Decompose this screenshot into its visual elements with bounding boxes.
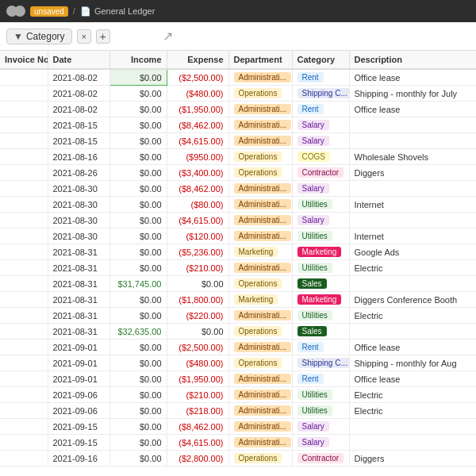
cell-expense: ($3,400.00) — [167, 165, 228, 181]
cell-date: 2021-08-31 — [48, 324, 109, 340]
cell-expense: ($80.00) — [167, 197, 228, 213]
table-row[interactable]: 2021-08-30$0.00($120.00)Administrati...U… — [0, 228, 476, 244]
table-row[interactable]: 2021-08-02$0.00($1,950.00)Administrati..… — [0, 102, 476, 117]
cell-description: Office lease — [349, 371, 476, 387]
cell-description — [349, 213, 476, 228]
table-row[interactable]: 2021-08-31$32,635.00$0.00OperationsSales — [0, 324, 476, 340]
table-row[interactable]: 2021-08-31$0.00($220.00)Administrati...U… — [0, 308, 476, 324]
cell-category: Rent — [292, 340, 349, 355]
cell-category: Contractor — [292, 165, 349, 181]
cell-department: Marketing — [228, 244, 292, 260]
table-row[interactable]: 2021-09-16$0.00($2,800.00)OperationsCont… — [0, 451, 476, 466]
cell-invoice — [0, 292, 48, 308]
cell-invoice — [0, 86, 48, 102]
cell-invoice — [0, 371, 48, 387]
cell-department: Administrati... — [228, 435, 292, 451]
table-row[interactable]: 2021-09-01$0.00($1,950.00)Administrati..… — [0, 371, 476, 387]
cell-department: Operations — [228, 355, 292, 371]
cell-department: Administrati... — [228, 133, 292, 149]
cell-expense: $0.00 — [167, 324, 228, 340]
cell-expense: ($218.00) — [167, 403, 228, 419]
cell-income: $0.00 — [109, 86, 167, 102]
table-row[interactable]: 2021-09-06$0.00($218.00)Administrati...U… — [0, 403, 476, 419]
cell-date: 2021-08-30 — [48, 213, 109, 228]
cell-description — [349, 181, 476, 197]
cell-income: $0.00 — [109, 149, 167, 165]
cell-income: $31,745.00 — [109, 276, 167, 292]
table-row[interactable]: 2021-08-30$0.00($80.00)Administrati...Ut… — [0, 197, 476, 213]
cell-date: 2021-08-30 — [48, 197, 109, 213]
cell-category: Shipping C... — [292, 86, 349, 102]
cell-expense: ($2,500.00) — [167, 340, 228, 355]
cell-department: Administrati... — [228, 69, 292, 86]
cell-department: Administrati... — [228, 102, 292, 117]
cell-expense: ($2,800.00) — [167, 451, 228, 466]
cell-description: Diggers — [349, 451, 476, 466]
cell-income: $0.00 — [109, 181, 167, 197]
table-row[interactable]: 2021-08-31$0.00($210.00)Administrati...U… — [0, 260, 476, 276]
cell-description: Diggers — [349, 165, 476, 181]
cell-category: Salary — [292, 419, 349, 435]
table-row[interactable]: 2021-08-31$31,745.00$0.00OperationsSales — [0, 276, 476, 292]
table-row[interactable]: 2021-08-30$0.00($4,615.00)Administrati..… — [0, 213, 476, 228]
cell-date: 2021-08-02 — [48, 69, 109, 86]
cell-department: Marketing — [228, 292, 292, 308]
cell-description: Office lease — [349, 69, 476, 86]
cell-date: 2021-08-02 — [48, 102, 109, 117]
cell-expense: ($950.00) — [167, 149, 228, 165]
table-row[interactable]: 2021-08-15$0.00($4,615.00)Administrati..… — [0, 133, 476, 149]
cell-department: Administrati... — [228, 197, 292, 213]
cell-expense: ($220.00) — [167, 308, 228, 324]
cell-date: 2021-08-31 — [48, 244, 109, 260]
table-row[interactable]: 2021-09-15$0.00($4,615.00)Administrati..… — [0, 435, 476, 451]
document-icon: 📄 — [80, 6, 91, 17]
table-row[interactable]: 2021-09-06$0.00($210.00)Administrati...U… — [0, 387, 476, 403]
user-icon — [6, 6, 25, 17]
cell-category: Utilities — [292, 308, 349, 324]
cell-department: Operations — [228, 324, 292, 340]
table-row[interactable]: 2021-09-01$0.00($2,500.00)Administrati..… — [0, 340, 476, 355]
table-row[interactable]: 2021-08-31$0.00($5,236.00)MarketingMarke… — [0, 244, 476, 260]
cell-category: Marketing — [292, 292, 349, 308]
cell-description — [349, 133, 476, 149]
cell-income: $0.00 — [109, 451, 167, 466]
cell-invoice — [0, 419, 48, 435]
cell-description: Internet — [349, 228, 476, 244]
cell-income: $0.00 — [109, 197, 167, 213]
unsaved-badge: unsaved — [30, 6, 68, 17]
table-row[interactable]: 2021-08-26$0.00($3,400.00)OperationsCont… — [0, 165, 476, 181]
add-filter-button[interactable]: + — [96, 29, 110, 44]
cell-expense: ($1,950.00) — [167, 102, 228, 117]
table-row[interactable]: 2021-08-31$0.00($1,800.00)MarketingMarke… — [0, 292, 476, 308]
cell-invoice — [0, 69, 48, 86]
cell-department: Administrati... — [228, 403, 292, 419]
cell-invoice — [0, 260, 48, 276]
cell-category: Utilities — [292, 387, 349, 403]
cell-description — [349, 324, 476, 340]
filter-category-button[interactable]: ▼ Category — [6, 29, 72, 44]
cell-income: $0.00 — [109, 244, 167, 260]
cell-description: Office lease — [349, 102, 476, 117]
table-row[interactable]: 2021-09-15$0.00($8,462.00)Administrati..… — [0, 419, 476, 435]
cell-category: Salary — [292, 181, 349, 197]
table-row[interactable]: 2021-08-02$0.00($2,500.00)Administrati..… — [0, 69, 476, 86]
cell-category: Rent — [292, 102, 349, 117]
cell-category: Sales — [292, 276, 349, 292]
cell-income: $0.00 — [109, 228, 167, 244]
breadcrumb-sep: / — [73, 6, 75, 16]
cell-date: 2021-08-31 — [48, 292, 109, 308]
table-row[interactable]: 2021-08-15$0.00($8,462.00)Administrati..… — [0, 117, 476, 133]
cell-invoice — [0, 308, 48, 324]
toolbar: ▼ Category × + ↗ — [0, 22, 476, 51]
table-row[interactable]: 2021-08-16$0.00($950.00)OperationsCOGSWh… — [0, 149, 476, 165]
cell-category: Salary — [292, 117, 349, 133]
table-row[interactable]: 2021-08-02$0.00($480.00)OperationsShippi… — [0, 86, 476, 102]
table-row[interactable]: 2021-09-01$0.00($480.00)OperationsShippi… — [0, 355, 476, 371]
table-row[interactable]: 2021-08-30$0.00($8,462.00)Administrati..… — [0, 181, 476, 197]
cell-invoice — [0, 228, 48, 244]
cell-invoice — [0, 102, 48, 117]
close-filter-button[interactable]: × — [77, 29, 91, 44]
cell-department: Administrati... — [228, 117, 292, 133]
cell-category: Sales — [292, 324, 349, 340]
cell-income: $0.00 — [109, 355, 167, 371]
